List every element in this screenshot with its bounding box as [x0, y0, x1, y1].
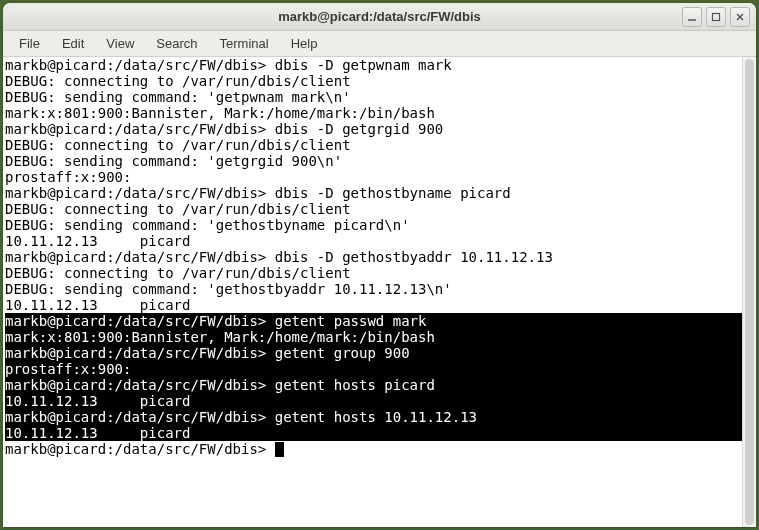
close-icon [735, 12, 745, 22]
terminal-line: 10.11.12.13 picard [5, 393, 754, 409]
terminal-area[interactable]: markb@picard:/data/src/FW/dbis> dbis -D … [3, 57, 756, 527]
terminal-line: DEBUG: sending command: 'getgrgid 900\n' [5, 153, 754, 169]
terminal-window: markb@picard:/data/src/FW/dbis File Edit… [3, 3, 756, 527]
terminal-line: markb@picard:/data/src/FW/dbis> dbis -D … [5, 185, 754, 201]
terminal-line: mark:x:801:900:Bannister, Mark:/home/mar… [5, 105, 754, 121]
close-button[interactable] [730, 7, 750, 27]
titlebar[interactable]: markb@picard:/data/src/FW/dbis [3, 3, 756, 31]
terminal-line: markb@picard:/data/src/FW/dbis> dbis -D … [5, 57, 754, 73]
terminal-line: markb@picard:/data/src/FW/dbis> getent h… [5, 377, 754, 393]
menu-help[interactable]: Help [281, 33, 328, 54]
svg-rect-1 [713, 14, 720, 21]
terminal-line: prostaff:x:900: [5, 361, 754, 377]
terminal-line: mark:x:801:900:Bannister, Mark:/home/mar… [5, 329, 754, 345]
terminal-line: prostaff:x:900: [5, 169, 754, 185]
menu-search[interactable]: Search [146, 33, 207, 54]
terminal-line: DEBUG: sending command: 'gethostbyname p… [5, 217, 754, 233]
minimize-button[interactable] [682, 7, 702, 27]
menu-terminal[interactable]: Terminal [210, 33, 279, 54]
terminal-line: markb@picard:/data/src/FW/dbis> getent p… [5, 313, 754, 329]
terminal-line: markb@picard:/data/src/FW/dbis> dbis -D … [5, 121, 754, 137]
menu-file[interactable]: File [9, 33, 50, 54]
terminal-line: 10.11.12.13 picard [5, 233, 754, 249]
terminal-line: markb@picard:/data/src/FW/dbis> getent g… [5, 345, 754, 361]
terminal-line: 10.11.12.13 picard [5, 297, 754, 313]
terminal-line: DEBUG: connecting to /var/run/dbis/clien… [5, 73, 754, 89]
terminal-line: markb@picard:/data/src/FW/dbis> dbis -D … [5, 249, 754, 265]
cursor-icon [275, 442, 284, 457]
window-title: markb@picard:/data/src/FW/dbis [278, 9, 481, 24]
terminal-line: DEBUG: sending command: 'gethostbyaddr 1… [5, 281, 754, 297]
menu-view[interactable]: View [96, 33, 144, 54]
terminal-line: 10.11.12.13 picard [5, 425, 754, 441]
scrollbar[interactable] [742, 57, 756, 527]
prompt-text: markb@picard:/data/src/FW/dbis> [5, 441, 275, 457]
terminal-line: markb@picard:/data/src/FW/dbis> getent h… [5, 409, 754, 425]
terminal-line: DEBUG: connecting to /var/run/dbis/clien… [5, 137, 754, 153]
terminal-line: DEBUG: sending command: 'getpwnam mark\n… [5, 89, 754, 105]
maximize-button[interactable] [706, 7, 726, 27]
menubar: File Edit View Search Terminal Help [3, 31, 756, 57]
menu-edit[interactable]: Edit [52, 33, 94, 54]
terminal-line: DEBUG: connecting to /var/run/dbis/clien… [5, 201, 754, 217]
window-controls [682, 7, 750, 27]
maximize-icon [711, 12, 721, 22]
scroll-thumb[interactable] [745, 59, 754, 525]
terminal-prompt-line[interactable]: markb@picard:/data/src/FW/dbis> [5, 441, 754, 457]
terminal-content: markb@picard:/data/src/FW/dbis> dbis -D … [3, 57, 756, 457]
terminal-line: DEBUG: connecting to /var/run/dbis/clien… [5, 265, 754, 281]
minimize-icon [687, 12, 697, 22]
